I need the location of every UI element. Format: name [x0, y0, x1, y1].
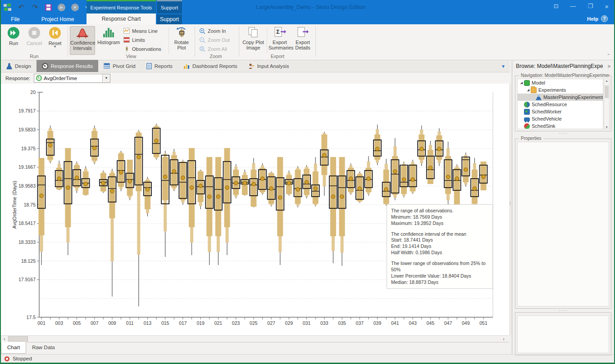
- response-dropdown-caret[interactable]: ▼: [102, 74, 110, 82]
- box-plot-001[interactable]: [38, 158, 46, 265]
- box-plot-047[interactable]: [444, 142, 452, 206]
- tree-item-SchedResource[interactable]: SchedResource: [518, 101, 603, 108]
- box-plot-008[interactable]: [100, 171, 107, 193]
- tab-chart[interactable]: Chart: [1, 342, 26, 354]
- navigation-tree[interactable]: ◢Model◢ExperimentsMasterPlanningExperime…: [517, 79, 603, 129]
- box-plot-038[interactable]: [364, 156, 372, 196]
- box-plot-016[interactable]: [170, 149, 178, 191]
- scroll-left-icon[interactable]: ‹: [2, 337, 7, 342]
- box-plot-031[interactable]: [303, 165, 310, 198]
- simio-logo-icon[interactable]: [4, 4, 11, 11]
- reset-dropdown-caret[interactable]: ▼: [45, 46, 65, 48]
- box-plot-019[interactable]: [197, 170, 205, 209]
- tab-pivot-grid[interactable]: Pivot Grid: [98, 60, 141, 72]
- box-plot-033[interactable]: [320, 132, 328, 196]
- response-dropdown[interactable]: ↻ AvgOrderTime ▼: [34, 74, 110, 83]
- rotate-plot-button[interactable]: Rotate Plot: [171, 26, 192, 55]
- tab-reports[interactable]: Reports: [141, 60, 178, 72]
- box-plot-006[interactable]: [82, 166, 90, 196]
- box-plot-040[interactable]: [383, 159, 390, 206]
- chart-horizontal-scrollbar[interactable]: ‹ ›: [1, 335, 509, 342]
- box-plot-025[interactable]: [250, 158, 257, 207]
- box-plot-050[interactable]: [471, 158, 478, 207]
- ribbon-options-icon[interactable]: ⊡: [554, 3, 559, 10]
- scroll-right-icon[interactable]: ›: [501, 337, 506, 342]
- box-plot-005[interactable]: [73, 162, 81, 193]
- box-plot-029[interactable]: [285, 171, 293, 196]
- box-plot-021[interactable]: [214, 157, 222, 265]
- tab-overflow-icon[interactable]: ▼: [501, 64, 506, 69]
- box-plot-007[interactable]: [91, 126, 98, 164]
- box-plot-012[interactable]: [135, 130, 142, 306]
- means-line-toggle[interactable]: Means Line: [123, 27, 158, 35]
- help-label[interactable]: Help: [587, 16, 598, 22]
- run-button[interactable]: Run: [4, 26, 23, 55]
- tree-item-SchedVehicle[interactable]: SchedVehicle: [518, 115, 603, 122]
- box-plot-046[interactable]: [435, 128, 443, 166]
- box-plot-044[interactable]: [418, 126, 425, 166]
- zoom-in-button[interactable]: Zoom In: [199, 27, 226, 35]
- tab-response-results[interactable]: Response Results: [36, 60, 98, 72]
- splitter-dots[interactable]: ·····: [512, 309, 614, 312]
- histogram-button[interactable]: Histogram: [96, 26, 121, 55]
- box-plot-013[interactable]: [144, 177, 151, 216]
- tree-item-SchedWorker[interactable]: SchedWorker: [518, 108, 603, 115]
- close-icon[interactable]: ×: [605, 3, 609, 10]
- save-icon[interactable]: [45, 4, 52, 11]
- box-plot-027[interactable]: [268, 171, 275, 207]
- browse-expand-icon[interactable]: >: [608, 63, 610, 69]
- stop-icon[interactable]: ■: [71, 4, 79, 11]
- confidence-intervals-button[interactable]: Confidence Intervals: [70, 26, 95, 55]
- tab-dashboard-reports[interactable]: Dashboard Reports: [178, 60, 243, 72]
- observations-toggle[interactable]: Observations: [123, 45, 161, 53]
- box-plot-042[interactable]: [400, 162, 408, 198]
- box-plot-043[interactable]: [409, 160, 417, 194]
- box-plot-018[interactable]: [188, 148, 196, 255]
- box-plot-004[interactable]: [64, 148, 72, 255]
- box-plot-015[interactable]: [161, 151, 169, 257]
- box-plot-035[interactable]: [338, 157, 346, 266]
- box-plot-023[interactable]: [232, 164, 240, 198]
- copy-plot-image-button[interactable]: Copy Plot Image: [241, 26, 265, 55]
- navigation-scrollbar[interactable]: ▲▼: [604, 79, 610, 129]
- box-plot-017[interactable]: [179, 160, 187, 205]
- tree-item-Experiments[interactable]: ◢Experiments: [518, 86, 603, 94]
- box-plot-024[interactable]: [241, 170, 249, 196]
- export-summaries-button[interactable]: Σ Export Summaries: [269, 26, 291, 55]
- tab-input-analysis[interactable]: Input Analysis: [243, 60, 295, 72]
- box-plot-032[interactable]: [312, 157, 319, 207]
- box-plot-028[interactable]: [276, 157, 284, 265]
- tree-item-MasterPlanningExperiment[interactable]: MasterPlanningExperiment: [518, 94, 603, 101]
- box-plot-045[interactable]: [427, 141, 434, 184]
- ribbon-tab-response-chart[interactable]: Response Chart: [87, 13, 156, 24]
- maximize-icon[interactable]: ❐: [588, 3, 593, 10]
- collapse-ribbon-icon[interactable]: ⌃: [607, 53, 610, 58]
- tree-item-SchedSink[interactable]: SchedSink: [518, 122, 603, 129]
- box-plot-030[interactable]: [294, 166, 301, 207]
- box-plot-022[interactable]: [223, 148, 231, 255]
- box-plot-034[interactable]: [329, 157, 337, 263]
- box-plot-011[interactable]: [126, 160, 134, 200]
- tab-raw-data[interactable]: Raw Data: [26, 342, 61, 354]
- undo-icon[interactable]: ↶: [17, 3, 25, 11]
- box-plot-010[interactable]: [117, 151, 125, 191]
- limits-toggle[interactable]: Limits: [123, 36, 145, 44]
- box-plot-014[interactable]: [153, 124, 160, 160]
- box-plot-037[interactable]: [356, 171, 364, 203]
- ribbon-tab-support[interactable]: Support: [157, 14, 182, 24]
- box-plot-048[interactable]: [453, 164, 461, 207]
- redo-icon[interactable]: ↷: [31, 3, 39, 11]
- box-plot-020[interactable]: [205, 157, 213, 265]
- reset-button[interactable]: Reset ▼: [45, 26, 65, 55]
- box-plot-036[interactable]: [347, 163, 355, 195]
- box-plot-051[interactable]: [480, 162, 487, 190]
- box-plot-041[interactable]: [391, 138, 399, 200]
- tree-item-Model[interactable]: ◢Model: [518, 79, 603, 86]
- box-plot-003[interactable]: [55, 161, 63, 190]
- box-plot-009[interactable]: [108, 169, 116, 297]
- box-plot-049[interactable]: [462, 153, 469, 187]
- help-icon[interactable]: ?: [601, 15, 608, 22]
- box-plot-002[interactable]: [46, 126, 54, 163]
- tree-expanded-icon[interactable]: ◢: [519, 81, 524, 85]
- play-icon[interactable]: ▶: [58, 4, 65, 11]
